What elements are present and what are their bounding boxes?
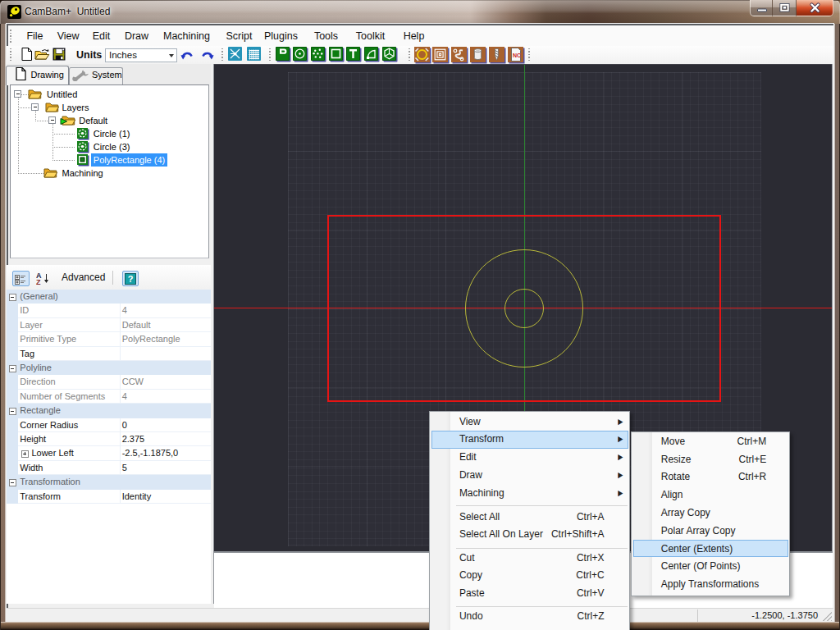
svg-text:Z: Z [36,278,41,285]
svg-text:NC: NC [513,52,521,58]
